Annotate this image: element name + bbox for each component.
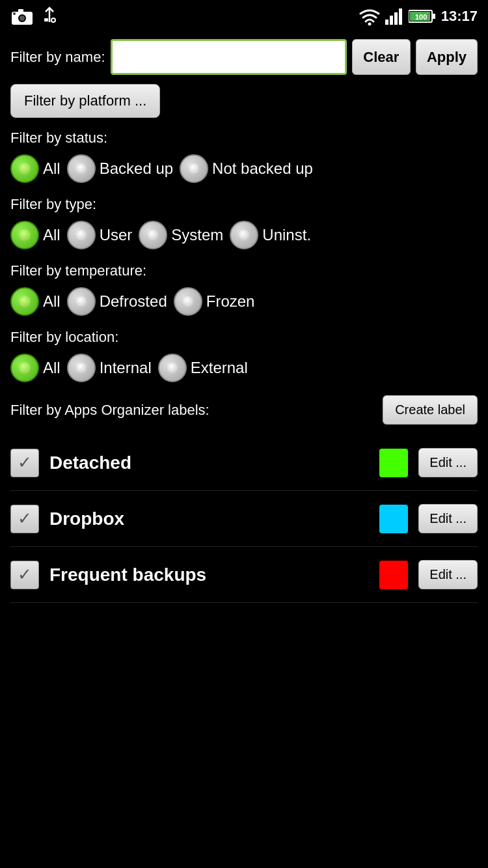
filter-status-group: All Backed up Not backed up (10, 154, 478, 183)
dropbox-checkmark: ✓ (18, 509, 32, 529)
detached-checkbox[interactable]: ✓ (10, 449, 39, 477)
loc-radio-all-label: All (43, 359, 61, 377)
svg-rect-12 (399, 8, 402, 25)
svg-point-4 (13, 12, 16, 15)
labels-header: Filter by Apps Organizer labels: Create … (10, 395, 478, 425)
filter-status-label: Filter by status: (10, 130, 478, 147)
status-radio-notbackedup-circle[interactable] (180, 154, 208, 183)
type-radio-all-circle[interactable] (10, 221, 39, 249)
status-bar-left-icons (10, 7, 59, 26)
filter-type-group: All User System Uninst. (10, 221, 478, 249)
battery-icon: 100 (409, 9, 436, 23)
frequent-backups-edit-button[interactable]: Edit ... (418, 560, 478, 589)
type-radio-user-label: User (100, 226, 133, 244)
apply-button[interactable]: Apply (416, 39, 478, 75)
loc-radio-external-label: External (191, 359, 248, 377)
type-radio-system[interactable]: System (139, 221, 223, 249)
type-radio-uninst[interactable]: Uninst. (230, 221, 311, 249)
wifi-icon (359, 7, 380, 25)
create-label-button[interactable]: Create label (383, 395, 478, 425)
svg-rect-11 (394, 12, 398, 25)
filter-name-row: Filter by name: Clear Apply (10, 39, 478, 75)
type-radio-user-circle[interactable] (67, 221, 96, 249)
loc-radio-all-circle[interactable] (10, 354, 39, 382)
signal-icon (385, 8, 403, 25)
svg-rect-10 (390, 16, 393, 25)
loc-radio-all[interactable]: All (10, 354, 61, 382)
filter-type-label: Filter by type: (10, 196, 478, 213)
temp-radio-defrosted-circle[interactable] (67, 287, 96, 316)
svg-point-2 (20, 16, 25, 21)
temp-radio-defrosted-label: Defrosted (100, 292, 167, 311)
temp-radio-all-label: All (43, 292, 61, 311)
svg-rect-6 (44, 18, 48, 21)
type-radio-system-label: System (171, 226, 223, 244)
filter-location-label: Filter by location: (10, 329, 478, 346)
dropbox-label-name: Dropbox (49, 509, 369, 529)
type-radio-user[interactable]: User (67, 221, 133, 249)
loc-radio-external-circle[interactable] (158, 354, 187, 382)
label-item-detached: ✓ Detached Edit ... (10, 435, 478, 491)
filter-temperature-group: All Defrosted Frozen (10, 287, 478, 316)
svg-rect-9 (385, 20, 388, 25)
temp-radio-frozen-label: Frozen (206, 292, 255, 311)
svg-point-8 (368, 23, 371, 26)
detached-checkmark: ✓ (18, 453, 32, 473)
temp-radio-frozen-circle[interactable] (174, 287, 202, 316)
label-item-frequent-backups: ✓ Frequent backups Edit ... (10, 547, 478, 603)
svg-point-7 (51, 18, 55, 22)
svg-rect-14 (432, 14, 435, 19)
type-radio-all[interactable]: All (10, 221, 61, 249)
dropbox-color-swatch (379, 505, 408, 533)
temp-radio-all[interactable]: All (10, 287, 61, 316)
detached-edit-button[interactable]: Edit ... (418, 448, 478, 477)
type-radio-system-circle[interactable] (139, 221, 167, 249)
status-radio-backedup[interactable]: Backed up (67, 154, 173, 183)
loc-radio-internal[interactable]: Internal (67, 354, 152, 382)
dropbox-edit-button[interactable]: Edit ... (418, 504, 478, 533)
labels-section-title: Filter by Apps Organizer labels: (10, 402, 210, 419)
main-content: Filter by name: Clear Apply Filter by pl… (0, 33, 488, 609)
status-radio-all-label: All (43, 160, 61, 178)
frequent-backups-checkmark: ✓ (18, 565, 32, 585)
loc-radio-internal-circle[interactable] (67, 354, 96, 382)
detached-color-swatch (379, 449, 408, 477)
type-radio-uninst-circle[interactable] (230, 221, 258, 249)
status-bar-right-icons: 100 13:17 (359, 7, 478, 25)
frequent-backups-checkbox[interactable]: ✓ (10, 561, 39, 589)
frequent-backups-color-swatch (379, 561, 408, 589)
frequent-backups-label-name: Frequent backups (49, 565, 369, 585)
filter-name-input[interactable] (111, 39, 347, 75)
dropbox-checkbox[interactable]: ✓ (10, 505, 39, 533)
status-radio-all[interactable]: All (10, 154, 61, 183)
status-time: 13:17 (441, 8, 478, 25)
status-radio-backedup-circle[interactable] (67, 154, 96, 183)
filter-platform-button[interactable]: Filter by platform ... (10, 84, 160, 118)
filter-temperature-label: Filter by temperature: (10, 262, 478, 279)
type-radio-uninst-label: Uninst. (262, 226, 311, 244)
usb-icon (40, 7, 59, 26)
temp-radio-defrosted[interactable]: Defrosted (67, 287, 167, 316)
status-radio-notbackedup[interactable]: Not backed up (180, 154, 313, 183)
filter-location-group: All Internal External (10, 354, 478, 382)
temp-radio-all-circle[interactable] (10, 287, 39, 316)
type-radio-all-label: All (43, 226, 61, 244)
label-item-dropbox: ✓ Dropbox Edit ... (10, 491, 478, 547)
status-radio-all-circle[interactable] (10, 154, 39, 183)
svg-rect-3 (18, 9, 23, 12)
filter-name-label: Filter by name: (10, 49, 105, 66)
camera-icon (10, 7, 34, 26)
clear-button[interactable]: Clear (352, 39, 411, 75)
temp-radio-frozen[interactable]: Frozen (174, 287, 255, 316)
status-radio-backedup-label: Backed up (100, 160, 173, 178)
status-bar: 100 13:17 (0, 0, 488, 33)
loc-radio-external[interactable]: External (158, 354, 248, 382)
loc-radio-internal-label: Internal (100, 359, 152, 377)
svg-text:100: 100 (415, 13, 427, 21)
status-radio-notbackedup-label: Not backed up (212, 160, 313, 178)
detached-label-name: Detached (49, 453, 369, 473)
